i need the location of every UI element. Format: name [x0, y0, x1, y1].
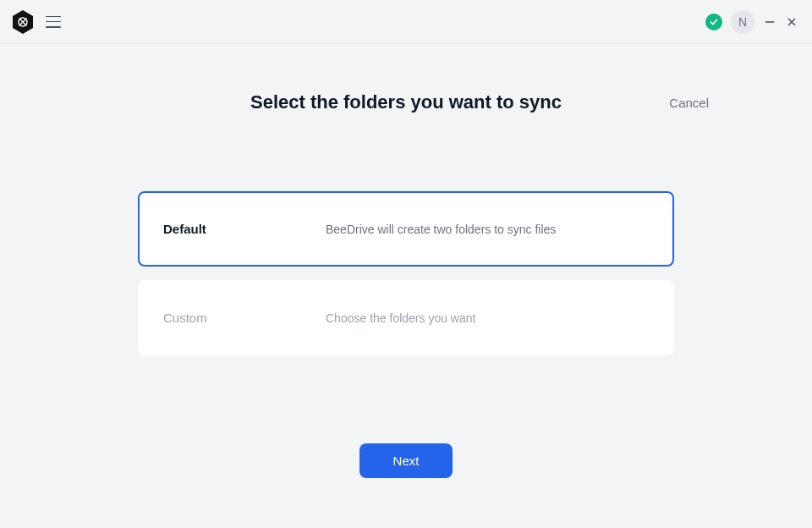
minimize-icon[interactable]: [763, 15, 776, 29]
avatar-initial: N: [738, 15, 747, 29]
option-custom[interactable]: Custom Choose the folders you want: [138, 280, 674, 355]
option-default-label: Default: [163, 222, 326, 236]
close-icon[interactable]: [785, 15, 798, 29]
sync-options: Default BeeDrive will create two folders…: [138, 191, 674, 355]
header-right: N: [705, 10, 798, 34]
footer: Next: [0, 443, 812, 478]
main-content: Select the folders you want to sync Canc…: [0, 44, 812, 355]
user-avatar[interactable]: N: [731, 10, 754, 34]
option-custom-desc: Choose the folders you want: [326, 311, 475, 325]
title-row: Select the folders you want to sync Canc…: [0, 91, 812, 113]
page-title: Select the folders you want to sync: [250, 91, 562, 113]
app-header: N: [0, 0, 812, 44]
header-left: [10, 9, 61, 35]
option-default-desc: BeeDrive will create two folders to sync…: [326, 223, 556, 236]
next-button[interactable]: Next: [359, 443, 453, 478]
option-custom-label: Custom: [163, 311, 326, 325]
status-ok-icon: [705, 14, 722, 30]
menu-icon[interactable]: [46, 16, 61, 28]
option-default[interactable]: Default BeeDrive will create two folders…: [138, 191, 674, 267]
cancel-button[interactable]: Cancel: [669, 96, 709, 110]
app-logo-icon: [10, 9, 36, 35]
